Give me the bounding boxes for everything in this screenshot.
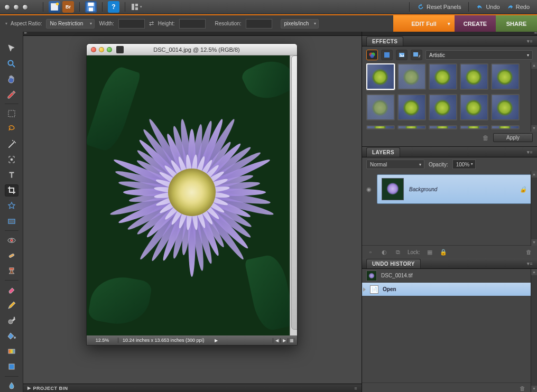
shape-tool[interactable] bbox=[5, 361, 18, 373]
svg-rect-26 bbox=[9, 364, 14, 369]
workarea-expand-handle[interactable] bbox=[23, 32, 362, 36]
filters-category-icon[interactable] bbox=[366, 50, 378, 60]
hand-tool[interactable] bbox=[5, 73, 18, 85]
layer-row[interactable]: Background 🔒 bbox=[377, 174, 533, 204]
document-titlebar[interactable]: DSC_0014.jpg @ 12.5% (RGB/8) bbox=[87, 44, 297, 55]
type-tool[interactable]: T bbox=[5, 169, 18, 181]
redo-button[interactable]: Redo bbox=[503, 2, 533, 12]
adjustment-layer-icon[interactable]: ◐ bbox=[380, 248, 388, 256]
swap-icon[interactable]: ⇄ bbox=[149, 20, 154, 27]
undo-panel-header[interactable]: UNDO HISTORY▾≡ bbox=[362, 258, 537, 269]
delete-layer-icon[interactable]: 🗑 bbox=[524, 248, 533, 256]
history-state-row[interactable]: DSC_0014.tif bbox=[362, 269, 537, 283]
zoom-level[interactable]: 12.5% bbox=[87, 338, 118, 343]
window-zoom-icon[interactable] bbox=[22, 4, 28, 10]
smart-brush-tool[interactable] bbox=[5, 315, 18, 327]
svg-text:A: A bbox=[419, 54, 420, 58]
crop-tool[interactable] bbox=[5, 184, 18, 197]
effect-thumb[interactable] bbox=[397, 125, 426, 129]
undo-scrollbar[interactable]: ▲▼ bbox=[531, 269, 537, 392]
help-icon[interactable]: ? bbox=[108, 1, 119, 13]
opacity-input[interactable]: 100% bbox=[452, 160, 476, 169]
layers-panel-header[interactable]: LAYERS▾≡ bbox=[362, 147, 537, 157]
tab-edit[interactable]: EDIT Full bbox=[393, 15, 455, 32]
resolution-input[interactable] bbox=[246, 19, 272, 29]
new-layer-icon[interactable]: ▫ bbox=[366, 248, 375, 256]
document-info[interactable]: 10.24 inches x 13.653 inches (300 ppi) bbox=[118, 338, 214, 343]
effect-thumb[interactable] bbox=[460, 125, 488, 129]
cookie-cutter-tool[interactable] bbox=[5, 200, 18, 212]
effect-thumb[interactable] bbox=[429, 125, 457, 129]
effect-thumb[interactable] bbox=[397, 63, 426, 90]
recompose-tool[interactable] bbox=[5, 215, 18, 227]
new-file-icon[interactable] bbox=[49, 1, 60, 13]
svg-rect-33 bbox=[413, 52, 418, 57]
healing-brush-tool[interactable] bbox=[5, 249, 18, 262]
tab-share[interactable]: SHARE bbox=[496, 15, 537, 32]
panel-expand-handle[interactable] bbox=[362, 32, 537, 36]
move-tool[interactable] bbox=[5, 42, 18, 54]
document-nav-arrows[interactable]: ◀▶▦ bbox=[273, 338, 297, 343]
layers-scrollbar[interactable]: ▲▼ bbox=[531, 171, 537, 246]
effect-thumb[interactable] bbox=[366, 94, 395, 120]
apply-effect-button[interactable]: Apply bbox=[493, 133, 533, 142]
effect-thumb[interactable] bbox=[491, 94, 520, 120]
lasso-tool[interactable] bbox=[5, 123, 18, 135]
arrange-icon[interactable]: ▾ bbox=[131, 1, 142, 13]
effect-thumb[interactable] bbox=[429, 63, 457, 90]
lock-pixels-icon[interactable]: ▦ bbox=[425, 248, 434, 256]
layer-thumbnail[interactable] bbox=[382, 178, 404, 200]
save-icon[interactable] bbox=[85, 1, 97, 13]
paint-bucket-tool[interactable] bbox=[5, 330, 18, 342]
width-input[interactable] bbox=[118, 19, 145, 29]
effect-thumb[interactable] bbox=[366, 125, 395, 129]
aspect-ratio-select[interactable]: No Restriction bbox=[46, 19, 95, 29]
effect-thumb[interactable] bbox=[491, 125, 520, 129]
gradient-tool[interactable] bbox=[5, 346, 18, 358]
window-close-icon[interactable] bbox=[4, 4, 10, 10]
redeye-tool[interactable] bbox=[5, 234, 18, 246]
eraser-tool[interactable] bbox=[5, 284, 18, 296]
layer-visibility-icon[interactable]: ◉ bbox=[366, 186, 374, 193]
quick-selection-tool[interactable] bbox=[5, 154, 18, 166]
effect-thumb[interactable] bbox=[491, 63, 520, 90]
document-vscrollbar[interactable] bbox=[290, 55, 297, 335]
photo-effects-icon[interactable] bbox=[396, 50, 408, 60]
eyedropper-tool[interactable] bbox=[5, 88, 18, 100]
history-state-row[interactable]: 📄 Open bbox=[362, 283, 537, 296]
effect-thumb[interactable] bbox=[366, 63, 395, 90]
reset-panels-button[interactable]: Reset Panels bbox=[414, 2, 464, 12]
height-input[interactable] bbox=[179, 19, 206, 29]
document-canvas[interactable] bbox=[87, 55, 297, 335]
marquee-tool[interactable] bbox=[5, 107, 18, 119]
link-layers-icon[interactable]: ⧉ bbox=[394, 248, 402, 256]
project-bin-header[interactable]: ▶ PROJECT BIN ≡ bbox=[23, 384, 362, 392]
magic-wand-tool[interactable] bbox=[5, 138, 18, 151]
work-area: DSC_0014.jpg @ 12.5% (RGB/8) 12.5% 10.24… bbox=[23, 32, 362, 392]
effects-category-select[interactable]: Artistic bbox=[425, 50, 533, 60]
resolution-units-select[interactable]: pixels/inch bbox=[281, 19, 319, 29]
layer-name[interactable]: Background bbox=[409, 186, 437, 192]
effects-panel-header[interactable]: EFFECTS▾≡ bbox=[362, 36, 537, 46]
zoom-tool[interactable] bbox=[5, 58, 18, 70]
clone-stamp-tool[interactable] bbox=[5, 265, 18, 277]
blur-tool[interactable] bbox=[5, 380, 18, 392]
delete-effect-icon[interactable]: 🗑 bbox=[483, 134, 489, 142]
lock-all-icon[interactable]: 🔒 bbox=[439, 248, 448, 256]
undo-button[interactable]: Undo bbox=[473, 2, 503, 12]
effect-thumb[interactable] bbox=[397, 94, 426, 120]
effect-thumb[interactable] bbox=[460, 94, 488, 120]
pencil-tool[interactable] bbox=[5, 299, 18, 311]
delete-history-icon[interactable]: 🗑 bbox=[518, 384, 526, 392]
blend-mode-select[interactable]: Normal bbox=[366, 160, 424, 169]
doc-close-icon[interactable] bbox=[91, 47, 96, 52]
window-minimize-icon[interactable] bbox=[13, 4, 19, 10]
effect-thumb[interactable] bbox=[429, 94, 457, 120]
svg-rect-5 bbox=[132, 4, 134, 10]
tab-create[interactable]: CREATE bbox=[455, 15, 496, 32]
bridge-icon[interactable]: Br bbox=[62, 1, 74, 13]
all-effects-icon[interactable]: A bbox=[411, 50, 422, 60]
effects-scrollbar[interactable]: ▲▼ bbox=[531, 62, 537, 132]
effect-thumb[interactable] bbox=[460, 63, 488, 90]
layer-styles-icon[interactable] bbox=[381, 50, 393, 60]
